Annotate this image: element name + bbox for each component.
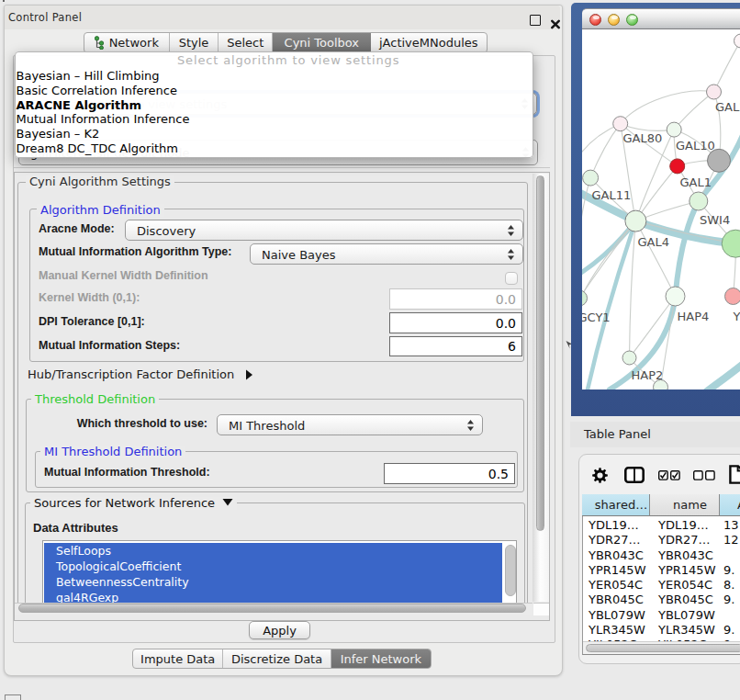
- combo-value: Naive Bayes: [262, 247, 335, 261]
- expander-arrow-right-icon[interactable]: [245, 369, 253, 380]
- collapsed-panel-icon[interactable]: [5, 694, 21, 700]
- column-header-name[interactable]: name: [650, 494, 720, 516]
- cell-value: 8.: [720, 579, 734, 591]
- kernel-width-label: Kernel Width (0,1):: [39, 292, 140, 304]
- tab-impute-data[interactable]: Impute Data: [133, 649, 223, 668]
- table-row[interactable]: YDR27…YDR27…12: [583, 531, 740, 546]
- table-row[interactable]: YBR045CYBR045C9.: [583, 591, 740, 605]
- which-threshold-combo[interactable]: MI Threshold: [217, 414, 483, 435]
- tab-jactivemnodules[interactable]: jActiveMNodules: [371, 33, 487, 52]
- popup-item-label: ARACNE Algorithm: [17, 98, 142, 112]
- node-hap2[interactable]: [622, 351, 636, 365]
- minimize-traffic-light[interactable]: [608, 14, 620, 26]
- horizontal-scrollbar-thumb[interactable]: [18, 604, 526, 613]
- node-hap4[interactable]: [666, 287, 685, 306]
- cell-name: YBL079W: [650, 609, 720, 621]
- table-row[interactable]: YDL19…YDL19…13: [583, 516, 740, 531]
- tab-select[interactable]: Select: [219, 33, 273, 52]
- cp-titlebar[interactable]: [5, 6, 560, 29]
- list-item[interactable]: BetweennessCentrality: [44, 574, 502, 590]
- node-gcy1[interactable]: [582, 290, 588, 306]
- list-scrollbar-thumb[interactable]: [505, 545, 516, 596]
- popup-item-label: Basic Correlation Inference: [17, 84, 177, 97]
- float-window-icon[interactable]: [530, 15, 541, 26]
- node[interactable]: [722, 230, 740, 257]
- list-item-label: gal4RGexp: [56, 591, 118, 603]
- tab-label: jActiveMNodules: [379, 36, 478, 50]
- table-row[interactable]: YER054CYER054C8.: [583, 576, 740, 591]
- node[interactable]: [707, 85, 722, 99]
- popup-item[interactable]: Basic Correlation Inference: [17, 84, 177, 98]
- cell-shared-name: YPR145W: [583, 564, 650, 576]
- node-gal11[interactable]: [583, 170, 599, 186]
- node[interactable]: [725, 288, 740, 305]
- manual-kernel-width-checkbox[interactable]: [505, 272, 518, 285]
- data-attributes-list[interactable]: SelfLoops TopologicalCoefficient Between…: [42, 540, 517, 603]
- tab-cyni-toolbox[interactable]: Cyni Toolbox: [273, 33, 371, 52]
- select-all-icon[interactable]: [658, 470, 680, 480]
- mi-steps-field[interactable]: 6: [389, 336, 522, 356]
- mi-steps-label: Mutual Information Steps:: [39, 340, 180, 352]
- aracne-mode-combo[interactable]: Discovery: [125, 220, 523, 241]
- tab-discretize-data[interactable]: Discretize Data: [223, 649, 331, 668]
- sources-title-label: Sources for Network Inference: [34, 496, 215, 510]
- mi-threshold-field[interactable]: 0.5: [384, 463, 515, 484]
- tab-style[interactable]: Style: [170, 33, 219, 52]
- node-label: HAP2: [632, 368, 664, 382]
- sources-group-title[interactable]: Sources for Network Inference: [30, 497, 237, 510]
- deselect-all-icon[interactable]: [693, 470, 715, 480]
- column-header-shared-name[interactable]: shared…: [582, 494, 650, 516]
- tab-infer-network[interactable]: Infer Network: [331, 649, 431, 668]
- screen-corner-artifact: [3, 0, 5, 2]
- node-swi4[interactable]: [690, 192, 708, 210]
- popup-item[interactable]: Bayesian – Hill Climbing: [17, 69, 160, 84]
- screen: Control Panel Network Style Select: [0, 0, 740, 700]
- node-gal10[interactable]: [667, 122, 681, 137]
- popup-item[interactable]: Dream8 DC_TDC Algorithm: [17, 141, 179, 156]
- node-gal80[interactable]: [613, 117, 628, 131]
- node-gal4[interactable]: [625, 210, 646, 231]
- split-view-icon[interactable]: [624, 467, 645, 483]
- dpi-tolerance-field[interactable]: 0.0: [389, 312, 522, 333]
- list-item[interactable]: SelfLoops: [44, 543, 502, 559]
- node[interactable]: [734, 34, 740, 48]
- cell-shared-name: YER054C: [583, 579, 650, 591]
- apply-button[interactable]: Apply: [249, 621, 310, 639]
- list-item[interactable]: TopologicalCoefficient: [44, 559, 502, 574]
- hub-expander-label: Hub/Transcription Factor Definition: [28, 367, 234, 381]
- new-table-icon[interactable]: [729, 465, 740, 484]
- mi-algorithm-type-combo[interactable]: Naive Bayes: [250, 243, 523, 265]
- list-item[interactable]: gal4RGexp: [44, 590, 502, 603]
- data-attributes-label: Data Attributes: [33, 522, 118, 534]
- table-hscrollbar-thumb[interactable]: [586, 644, 740, 652]
- section-divider: [14, 167, 550, 168]
- list-item-label: TopologicalCoefficient: [56, 559, 181, 573]
- network-window-titlebar[interactable]: [582, 8, 740, 29]
- tab-label: Infer Network: [341, 652, 421, 666]
- zoom-traffic-light[interactable]: [626, 14, 638, 26]
- vertical-scrollbar-thumb[interactable]: [536, 175, 544, 531]
- table-row[interactable]: YBR043CYBR043C: [583, 547, 740, 561]
- traffic-light-glare: [630, 16, 636, 19]
- node-label: Y: [733, 310, 740, 323]
- close-traffic-light[interactable]: [589, 14, 601, 26]
- gear-icon[interactable]: [592, 468, 608, 483]
- cell-shared-name: YLR345W: [583, 624, 650, 636]
- header-label: shared…: [595, 498, 647, 512]
- table-row[interactable]: YPR145WYPR145W9.: [583, 561, 740, 576]
- popup-item[interactable]: Mutual Information Inference: [17, 112, 190, 127]
- column-header-partial[interactable]: A: [720, 494, 740, 516]
- cell-name: YPR145W: [650, 564, 720, 576]
- kernel-width-field[interactable]: 0.0: [389, 288, 522, 310]
- table-row[interactable]: YBL079WYBL079W: [583, 606, 740, 621]
- popup-item[interactable]: Bayesian – K2: [17, 127, 100, 141]
- node-gal1[interactable]: [670, 159, 685, 174]
- tab-network[interactable]: Network: [84, 33, 170, 52]
- table-row[interactable]: YLR345WYLR345W9.: [583, 621, 740, 636]
- network-canvas[interactable]: GAL2 GAL80 GAL10 GAL1 GAL11 SWI4 GAL4 GC…: [582, 29, 740, 390]
- close-icon[interactable]: [551, 19, 560, 29]
- hub-expander[interactable]: Hub/Transcription Factor Definition: [28, 368, 234, 381]
- popup-item-selected[interactable]: ARACNE Algorithm: [17, 98, 142, 113]
- node[interactable]: [708, 149, 731, 172]
- apply-button-label: Apply: [263, 624, 297, 638]
